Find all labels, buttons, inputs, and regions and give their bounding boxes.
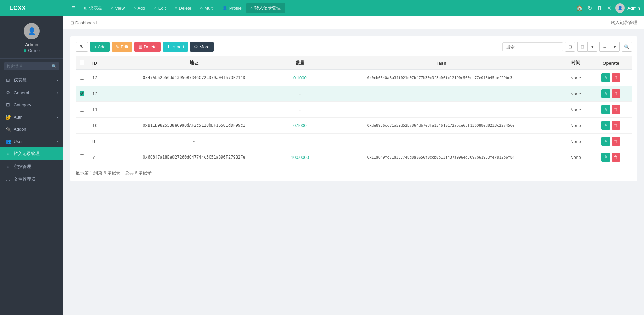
delete-row-btn-2[interactable]: 🗑 [612,105,620,114]
main-layout: 👤 Admin Online 🔍 ⊞ 仪表盘 › [0,16,644,315]
sidebar-item-general[interactable]: ⚙ General › [0,87,63,99]
admin-avatar-top: 👤 [615,3,625,13]
trash-icon[interactable]: 🗑 [597,5,602,11]
edit-row-btn-2[interactable]: ✎ [601,105,610,114]
row-id-2: 11 [88,102,109,118]
more-button[interactable]: ⚙ More [190,42,213,52]
content-card: ↻ + Add ✎ Edit 🗑 Delete ⬆ Import ⚙ More … [70,36,637,181]
edit-row-btn-1[interactable]: ✎ [601,89,610,98]
sidebar-search-input[interactable] [4,62,59,70]
delete-row-btn-4[interactable]: 🗑 [612,137,620,146]
edit-button[interactable]: ✎ Edit [112,42,132,52]
row-checkbox-3[interactable] [80,123,84,127]
refresh-button[interactable]: ↻ [76,42,88,52]
row-checkbox-5[interactable] [80,154,84,159]
col-time: 时间 [561,56,590,70]
row-address-2: - [109,102,280,118]
edit-row-btn-4[interactable]: ✎ [601,137,610,146]
table-view-button[interactable]: ⊞ [565,42,575,52]
sidebar-item-airdrop[interactable]: ○ 空投管理 [0,160,63,173]
user-sidebar-icon: 👥 [5,139,11,144]
row-checkbox-cell [76,149,88,165]
edit-nav-icon: ○ [154,6,157,10]
row-checkbox-2[interactable] [80,107,84,112]
delete-row-btn-1[interactable]: 🗑 [612,89,620,98]
row-hash-5: 0x11a649fc71a337748d8a0656f0ccb0b13f437a… [320,149,561,165]
delete-button[interactable]: 🗑 Delete [134,42,161,52]
row-checkbox-4[interactable] [80,139,84,143]
refresh-icon[interactable]: ↻ [588,5,592,11]
select-all-header [76,56,88,70]
sidebar-item-transfer[interactable]: ○ 转入记录管理 [0,147,63,160]
column-group: ≡ ▾ [599,42,620,52]
nav-view[interactable]: ○ View [107,4,129,13]
sidebar-item-auth[interactable]: 🔐 Auth › [0,111,63,123]
nav-dashboard[interactable]: ⊞ 仪表盘 [80,3,106,13]
row-address-1: - [109,86,280,102]
edit-row-btn-3[interactable]: ✎ [601,121,610,130]
sidebar-item-user[interactable]: 👥 User › [0,135,63,147]
nav-menu-toggle[interactable]: ☰ [68,4,79,13]
nav-edit[interactable]: ○ Edit [150,4,170,13]
status-dot [24,49,26,52]
row-checkbox-1[interactable] [80,91,84,96]
row-hash-0: 0x0cb6640a3a3ff021d07b477b30c3f3b06fc121… [320,70,561,86]
nav-delete[interactable]: ○ Delete [170,4,195,13]
delete-row-btn-5[interactable]: 🗑 [612,153,620,162]
nav-multi[interactable]: ○ Multi [196,4,218,13]
toolbar: ↻ + Add ✎ Edit 🗑 Delete ⬆ Import ⚙ More … [76,42,632,52]
table-row: 11 - - - None ✎ 🗑 [76,102,632,118]
advanced-search-button[interactable]: 🔍 [622,42,632,52]
nav-profile[interactable]: 👤 Profile [218,4,246,13]
column-icon-button[interactable]: ≡ [599,42,610,52]
row-checkbox-cell [76,118,88,134]
home-icon[interactable]: 🏠 [576,5,583,11]
breadcrumb-bar: ⊞ Dashboard 转入记录管理 [63,16,644,29]
toolbar-right: ⊞ ⊟ ▾ ≡ ▾ 🔍 [502,42,632,52]
sidebar-item-dashboard[interactable]: ⊞ 仪表盘 › [0,74,63,87]
col-hash: Hash [320,56,561,70]
row-id-3: 10 [88,118,109,134]
col-id: ID [88,56,109,70]
admin-area[interactable]: 👤 Admin [615,3,640,13]
edit-row-btn-5[interactable]: ✎ [601,153,610,162]
sidebar: 👤 Admin Online 🔍 ⊞ 仪表盘 › [0,16,63,315]
grid-dropdown-button[interactable]: ▾ [587,42,597,52]
search-input[interactable] [502,42,563,51]
row-operate-3: ✎ 🗑 [590,118,632,134]
row-checkbox-cell [76,70,88,86]
sidebar-status: Online [24,48,40,53]
nav-add[interactable]: ○ Add [129,4,149,13]
sidebar-search-container: 🔍 [0,59,63,74]
breadcrumb-right: 转入记录管理 [611,20,637,26]
close-icon[interactable]: ✕ [607,5,611,11]
column-dropdown-button[interactable]: ▾ [610,42,620,52]
row-operate-5: ✎ 🗑 [590,149,632,165]
dashboard-sidebar-icon: ⊞ [5,77,11,83]
addon-sidebar-icon: 🔌 [5,126,11,132]
delete-row-btn-3[interactable]: 🗑 [612,121,620,130]
grid-icon-button[interactable]: ⊟ [577,42,587,52]
row-checkbox-0[interactable] [80,75,84,80]
grid-view-group: ⊟ ▾ [577,42,597,52]
select-all-checkbox[interactable] [80,60,84,65]
row-address-4: - [109,134,280,149]
delete-row-btn-0[interactable]: 🗑 [612,73,620,82]
edit-row-btn-0[interactable]: ✎ [601,73,610,82]
table-header-row: ID 地址 数量 Hash 时间 Operate [76,56,632,70]
row-address-5: 0x6C3f7a18Ee027260dC47744c3C51a896F279B2… [109,149,280,165]
row-checkbox-cell [76,134,88,149]
import-button[interactable]: ⬆ Import [163,42,188,52]
add-button[interactable]: + Add [90,42,110,52]
sidebar-search-icon: 🔍 [52,64,57,69]
row-checkbox-cell [76,102,88,118]
sidebar-item-category[interactable]: ⊞ Category [0,99,63,111]
row-checkbox-cell [76,86,88,102]
general-chevron-icon: › [57,91,58,95]
sidebar-item-addon[interactable]: 🔌 Addon [0,123,63,135]
row-time-4: None [561,134,590,149]
sidebar-item-file-mgmt[interactable]: … 文件管理器 [0,173,63,186]
add-nav-icon: ○ [133,6,136,10]
nav-transfer[interactable]: ○ 转入记录管理 [246,3,285,13]
sidebar-username: Admin [25,42,38,47]
